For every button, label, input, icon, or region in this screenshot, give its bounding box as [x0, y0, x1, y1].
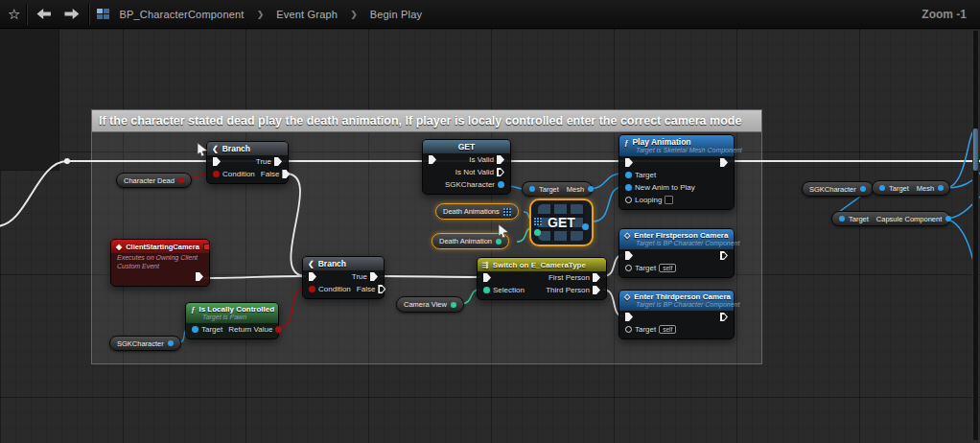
- self-default-value[interactable]: self: [659, 264, 676, 272]
- array-out-pin[interactable]: [503, 208, 511, 216]
- get-death-animations-node[interactable]: Death Animations: [435, 203, 519, 220]
- pin-label: Target: [635, 325, 656, 334]
- is-locally-controlled-node[interactable]: ƒ Is Locally Controlled Target is Pawn T…: [185, 302, 279, 339]
- exec-out-pin[interactable]: [196, 272, 203, 281]
- validated-get-node[interactable]: GET Is Valid Is Not Valid SGKCharacter: [422, 139, 511, 195]
- pin-label: Capsule Component: [876, 215, 942, 223]
- pure-function-header[interactable]: ƒ Is Locally Controlled Target is Pawn: [186, 303, 278, 323]
- exec-out-valid-pin[interactable]: [497, 155, 504, 164]
- event-detail: Custom Event: [111, 262, 209, 270]
- comment-header[interactable]: If the character stated dead play the de…: [92, 110, 761, 132]
- pin-label: True: [352, 272, 367, 281]
- client-starting-camera-event-node[interactable]: ◈ ClientStartingCamera Executes on Ownin…: [110, 239, 210, 287]
- exec-out-pin[interactable]: [720, 251, 728, 260]
- play-animation-node[interactable]: ƒ Play Animation Target is Skeletal Mesh…: [618, 134, 735, 210]
- target-in-pin[interactable]: [879, 185, 885, 191]
- function-header[interactable]: ƒ Play Animation Target is Skeletal Mesh…: [619, 135, 734, 156]
- exec-in-pin[interactable]: [309, 272, 316, 281]
- get-mesh-node[interactable]: Target Mesh: [522, 181, 593, 197]
- exec-in-pin[interactable]: [625, 251, 633, 260]
- variable-label: Death Animation: [439, 237, 492, 245]
- favorite-star-icon[interactable]: ☆: [8, 7, 20, 21]
- condition-pin[interactable]: [213, 171, 220, 177]
- exec-out-true-pin[interactable]: [274, 157, 282, 166]
- function-icon: ◇: [624, 231, 630, 240]
- pin-label: SGKCharacter: [445, 180, 495, 189]
- index-in-pin[interactable]: [534, 229, 541, 236]
- target-in-pin[interactable]: [839, 216, 845, 222]
- pin-label: Target: [635, 171, 656, 179]
- get-character-dead-node[interactable]: Character Dead: [116, 173, 192, 188]
- array-get-node[interactable]: GET: [529, 198, 594, 246]
- get-header[interactable]: GET: [423, 140, 510, 153]
- object-out-pin[interactable]: [860, 186, 866, 192]
- mesh-out-pin[interactable]: [938, 185, 944, 191]
- node-title: Play Animation: [632, 137, 690, 147]
- exec-out-pin[interactable]: [720, 313, 728, 321]
- branch-header[interactable]: ❮ Branch: [303, 257, 384, 270]
- branch-node-1[interactable]: ❮ Branch True Condition False: [206, 141, 289, 184]
- function-header[interactable]: ◇ Enter Thirdperson Camera Target is BP …: [619, 291, 734, 311]
- exec-out-notvalid-pin[interactable]: [497, 168, 504, 176]
- get-capsule-component-node[interactable]: Target Capsule Component: [831, 211, 950, 226]
- branch-icon: ❮: [308, 260, 315, 268]
- pin-label: Mesh: [917, 184, 934, 193]
- breadcrumb-separator-icon: ❯: [257, 10, 265, 19]
- get-mesh-node[interactable]: Target Mesh: [872, 180, 950, 196]
- enter-firstperson-camera-node[interactable]: ◇ Enter Firstperson Camera Target is BP …: [618, 228, 735, 278]
- function-icon: ◇: [624, 292, 630, 301]
- switch-header[interactable]: ⇶ Switch on E_CameraType: [478, 258, 606, 271]
- object-out-pin[interactable]: [498, 181, 504, 188]
- breadcrumb-node[interactable]: Begin Play: [370, 9, 423, 20]
- array-in-pin[interactable]: [534, 218, 542, 225]
- switch-camera-type-node[interactable]: ⇶ Switch on E_CameraType First Person Se…: [477, 257, 607, 300]
- target-in-pin[interactable]: [625, 172, 632, 178]
- branch-header[interactable]: ❮ Branch: [207, 142, 288, 155]
- switch-icon: ⇶: [482, 261, 489, 269]
- target-in-pin[interactable]: [625, 265, 632, 271]
- element-out-pin[interactable]: [582, 223, 589, 230]
- exec-in-pin[interactable]: [213, 157, 221, 166]
- get-sgkcharacter-node[interactable]: SGKCharacter: [109, 336, 181, 351]
- back-arrow-icon[interactable]: [36, 9, 51, 19]
- exec-in-pin[interactable]: [625, 313, 633, 321]
- scrollbar-thumb[interactable]: [973, 128, 978, 171]
- enum-out-pin[interactable]: [451, 302, 456, 308]
- int-out-pin[interactable]: [496, 239, 502, 245]
- exec-in-pin[interactable]: [625, 158, 633, 167]
- new-anim-in-pin[interactable]: [625, 184, 632, 191]
- get-camera-view-node[interactable]: Camera View: [396, 296, 464, 313]
- enter-thirdperson-camera-node[interactable]: ◇ Enter Thirdperson Camera Target is BP …: [618, 290, 735, 339]
- forward-arrow-icon[interactable]: [64, 9, 79, 19]
- breadcrumb-root[interactable]: BP_CharacterComponent: [119, 9, 244, 20]
- blueprint-graph-icon: [97, 9, 109, 19]
- target-in-pin[interactable]: [625, 326, 632, 333]
- exec-in-pin[interactable]: [483, 273, 491, 282]
- replication-indicator: [203, 244, 210, 250]
- exec-out-third-pin[interactable]: [593, 286, 600, 294]
- object-out-pin[interactable]: [168, 340, 174, 346]
- condition-pin[interactable]: [309, 286, 315, 292]
- variable-label: SGKCharacter: [117, 339, 164, 348]
- vertical-scrollbar[interactable]: [972, 30, 979, 441]
- event-header[interactable]: ◈ ClientStartingCamera: [111, 240, 209, 253]
- breadcrumb-graph[interactable]: Event Graph: [276, 9, 338, 20]
- exec-out-first-pin[interactable]: [593, 273, 600, 282]
- branch-node-2[interactable]: ❮ Branch True Condition False: [302, 256, 385, 299]
- exec-out-true-pin[interactable]: [370, 272, 378, 281]
- looping-checkbox[interactable]: [665, 196, 673, 204]
- function-icon: ƒ: [624, 138, 628, 147]
- get-sgkcharacter-node[interactable]: SGKCharacter: [802, 181, 874, 197]
- function-header[interactable]: ◇ Enter Firstperson Camera Target is BP …: [619, 229, 734, 249]
- self-default-value[interactable]: self: [659, 325, 676, 334]
- exec-in-pin[interactable]: [429, 155, 436, 164]
- exec-out-pin[interactable]: [720, 158, 728, 167]
- target-in-pin[interactable]: [192, 326, 198, 333]
- selection-in-pin[interactable]: [483, 287, 490, 293]
- node-subtitle: Target is Pawn: [202, 314, 246, 320]
- bool-out-pin[interactable]: [178, 177, 184, 183]
- looping-in-pin[interactable]: [625, 197, 632, 203]
- breadcrumb-separator-icon: ❯: [350, 10, 358, 19]
- target-in-pin[interactable]: [529, 186, 535, 192]
- pin-label: Is Valid: [469, 155, 494, 164]
